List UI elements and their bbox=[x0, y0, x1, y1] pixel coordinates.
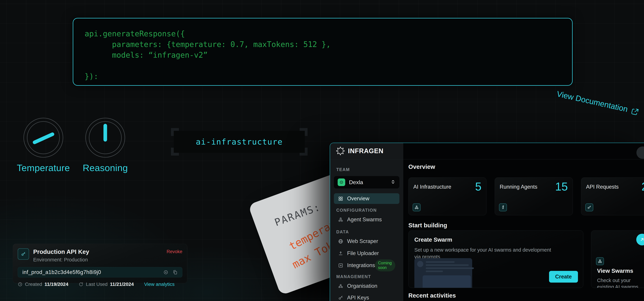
create-button[interactable]: Create bbox=[549, 271, 578, 282]
stat-label: Running Agents bbox=[500, 184, 537, 190]
sidebar-item-label: API Keys bbox=[347, 295, 369, 301]
last-used-meta: Last Used 11/21/2024 bbox=[78, 281, 134, 287]
swarm-icon-badge bbox=[413, 203, 420, 211]
temperature-knob-dial[interactable] bbox=[21, 115, 66, 160]
view-swarms-card[interactable]: View Swarms Check out your existing AI s… bbox=[591, 230, 644, 288]
team-selector[interactable]: Dexla bbox=[334, 176, 400, 188]
stat-card-running-agents: Running Agents 15 bbox=[495, 177, 573, 215]
preview-line bbox=[426, 270, 443, 272]
api-key-environment: Environment: Production bbox=[33, 257, 166, 263]
brand-name: INFRAGEN bbox=[348, 147, 384, 155]
upload-icon bbox=[338, 251, 343, 256]
create-swarm-card: Create Swarm Set up a new workspace for … bbox=[408, 230, 583, 288]
sidebar: INFRAGEN TEAM Dexla bbox=[330, 143, 403, 301]
workspace-preview-thumbnail bbox=[414, 258, 472, 288]
ai-infrastructure-chip-label: ai-infrastructure bbox=[174, 131, 305, 153]
create-swarm-title: Create Swarm bbox=[414, 236, 452, 243]
page-canvas: api.generateResponse({ parameters: {temp… bbox=[0, 0, 644, 301]
preview-panel bbox=[422, 275, 471, 288]
preview-line bbox=[426, 267, 474, 269]
integrations-icon bbox=[338, 263, 343, 268]
sidebar-item-overview[interactable]: Overview bbox=[334, 193, 400, 204]
sidebar-item-label: Agent Swarms bbox=[347, 216, 382, 223]
api-key-value: inf_prod_a1b2c3d4e5f6g7h8i9j0 bbox=[22, 269, 163, 275]
api-key-title: Production API Key bbox=[33, 248, 166, 255]
preview-avatar bbox=[417, 261, 423, 267]
sidebar-item-web-scraper[interactable]: Web Scraper bbox=[334, 236, 400, 247]
sidebar-item-label: Integrations bbox=[347, 262, 375, 268]
api-key-field[interactable]: inf_prod_a1b2c3d4e5f6g7h8i9j0 bbox=[18, 267, 182, 277]
team-name: Dexla bbox=[349, 179, 390, 185]
overview-grid-icon bbox=[338, 196, 343, 201]
reasoning-knob-dial[interactable] bbox=[83, 115, 128, 160]
production-api-key-card: Production API Key Environment: Producti… bbox=[13, 244, 187, 283]
stat-value: 5 bbox=[475, 180, 482, 193]
ai-infrastructure-chip: ai-infrastructure bbox=[174, 131, 305, 153]
stat-card-ai-infrastructure: AI Infrastructure 5 bbox=[408, 177, 486, 215]
stat-label: AI Infrastructure bbox=[413, 184, 451, 190]
team-avatar-icon bbox=[338, 178, 345, 186]
sidebar-item-agent-swarms[interactable]: Agent Swarms bbox=[334, 214, 400, 225]
created-label: Created bbox=[25, 281, 42, 287]
swarm-icon-badge bbox=[596, 257, 604, 265]
sidebar-item-api-keys[interactable]: API Keys bbox=[334, 292, 400, 301]
globe-icon bbox=[338, 239, 343, 244]
data-section-label: DATA bbox=[336, 229, 349, 234]
agent-icon-badge bbox=[499, 203, 507, 211]
view-swarms-title: View Swarms bbox=[597, 268, 633, 274]
code-line: parameters: {temperature: 0.7, maxTokens… bbox=[85, 39, 561, 50]
recent-activities-heading: Recent activities bbox=[408, 292, 456, 299]
code-line: models: “infragen-v2” bbox=[85, 50, 561, 60]
configuration-section-label: CONFIGURATION bbox=[336, 208, 377, 213]
temperature-knob-label: Temperature bbox=[14, 162, 72, 173]
open-swarms-button[interactable] bbox=[636, 234, 644, 245]
code-snippet-block: api.generateResponse({ parameters: {temp… bbox=[73, 18, 572, 86]
clock-icon bbox=[18, 282, 22, 287]
stat-value: 15 bbox=[555, 180, 568, 193]
overview-heading: Overview bbox=[408, 163, 435, 170]
created-date: 11/19/2024 bbox=[44, 281, 68, 287]
sidebar-item-label: Overview bbox=[347, 195, 369, 202]
sidebar-item-integrations[interactable]: Integrations Coming soon bbox=[334, 260, 400, 271]
copy-icon[interactable] bbox=[172, 270, 178, 275]
dashboard-main: Overview AI Infrastructure 5 Running Age… bbox=[403, 159, 644, 301]
params-card-title: PARAMS: bbox=[273, 201, 322, 228]
view-swarms-description: Check out your existing AI swarms bbox=[597, 277, 644, 288]
code-line: api.generateResponse({ bbox=[85, 28, 561, 39]
sidebar-item-organisation[interactable]: Organisation bbox=[334, 281, 400, 291]
stat-card-api-requests: API Requests 22 bbox=[581, 177, 644, 215]
external-link-icon bbox=[630, 107, 640, 117]
arrow-up-right-icon bbox=[640, 237, 644, 242]
user-avatar[interactable] bbox=[636, 146, 644, 159]
swarm-icon bbox=[414, 205, 419, 210]
key-icon-badge bbox=[18, 248, 29, 260]
view-analytics-link[interactable]: View analytics bbox=[144, 281, 174, 287]
last-used-date: 11/21/2024 bbox=[110, 281, 134, 287]
revoke-button[interactable]: Revoke bbox=[166, 249, 182, 254]
key-icon-badge bbox=[585, 203, 593, 211]
sidebar-item-file-uploader[interactable]: File Uploader bbox=[334, 248, 400, 259]
eye-icon[interactable] bbox=[163, 270, 168, 275]
key-icon bbox=[338, 295, 343, 300]
start-building-heading: Start building bbox=[408, 222, 447, 229]
reasoning-knob-label: Reasoning bbox=[76, 162, 134, 173]
dashboard-window: INFRAGEN TEAM Dexla bbox=[330, 143, 644, 301]
sidebar-item-label: Web Scraper bbox=[347, 238, 378, 244]
swarm-icon bbox=[598, 259, 602, 263]
sidebar-item-label: Organisation bbox=[347, 283, 378, 289]
view-documentation-link[interactable]: View Documentation bbox=[556, 89, 640, 117]
team-section-label: TEAM bbox=[336, 167, 350, 172]
created-meta: Created 11/19/2024 bbox=[18, 281, 68, 287]
refresh-icon bbox=[78, 282, 84, 287]
running-agent-icon bbox=[501, 205, 505, 210]
sidebar-item-label: File Uploader bbox=[347, 250, 379, 256]
stat-label: API Requests bbox=[586, 184, 619, 190]
chevron-updown-icon bbox=[390, 179, 396, 184]
coming-soon-badge: Coming soon bbox=[375, 259, 395, 271]
organisation-icon bbox=[338, 283, 343, 289]
agent-swarms-icon bbox=[338, 217, 343, 222]
stat-value: 22 bbox=[642, 180, 644, 193]
management-section-label: MANAGEMENT bbox=[336, 274, 371, 279]
preview-line bbox=[426, 261, 454, 263]
last-used-label: Last Used bbox=[86, 281, 108, 287]
